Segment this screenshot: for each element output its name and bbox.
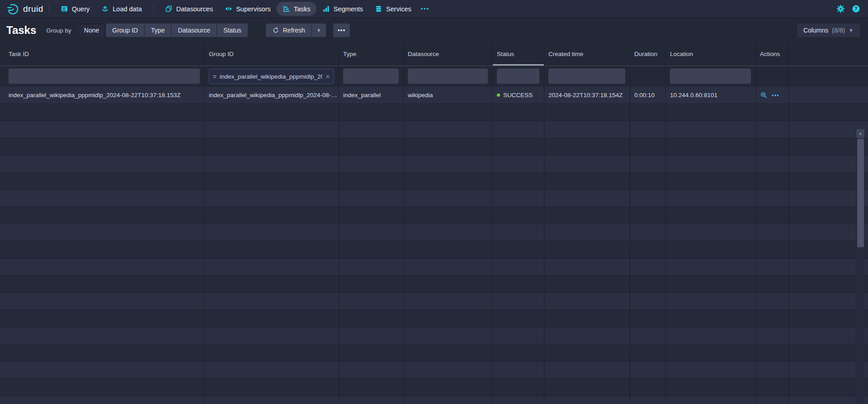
empty-cell (756, 258, 789, 275)
location-filter-input[interactable] (670, 69, 751, 84)
empty-cell (404, 362, 493, 378)
navbar-right: ? (836, 5, 861, 13)
location-cell: 10.244.0.60:8101 (666, 87, 756, 103)
empty-cell (404, 224, 493, 241)
group-id-filter-input[interactable]: = index_parallel_wikipedia_pppmidlp_20 × (209, 69, 334, 84)
empty-cell (205, 138, 339, 155)
empty-cell (404, 379, 493, 395)
empty-row (0, 344, 868, 362)
empty-cell (630, 327, 666, 344)
empty-cell (339, 258, 404, 275)
actions-cell: ••• (756, 87, 789, 103)
empty-cell (493, 310, 544, 327)
druid-logo[interactable]: druid (7, 3, 43, 15)
nav-item-load-data[interactable]: Load data (95, 2, 148, 16)
created-time-cell: 2024-08-22T10:37:18.154Z (544, 87, 630, 103)
toolbar-more-button[interactable]: ••• (333, 23, 350, 37)
empty-cell (756, 241, 789, 258)
task-actions-more-button[interactable]: ••• (772, 92, 779, 99)
empty-cell (205, 207, 339, 224)
empty-cell (339, 362, 404, 378)
empty-cell (630, 104, 666, 121)
column-header-status[interactable]: Status (493, 42, 544, 66)
scrollbar-up-arrow[interactable]: ▲ (856, 129, 864, 138)
refresh-button[interactable]: Refresh (266, 23, 312, 37)
column-header-type[interactable]: Type (339, 42, 404, 66)
column-header-duration[interactable]: Duration (630, 42, 666, 66)
column-header-group-id[interactable]: Group ID (205, 42, 339, 66)
empty-cell (0, 104, 205, 121)
nav-item-label: Segments (334, 5, 363, 13)
refresh-icon (272, 27, 279, 34)
column-header-location[interactable]: Location (666, 42, 756, 66)
equals-operator-icon: = (213, 73, 217, 80)
empty-cell (630, 396, 666, 404)
empty-cell (756, 276, 789, 292)
column-header-created-time[interactable]: Created time (544, 42, 630, 66)
task-id-filter-input[interactable] (9, 69, 200, 84)
empty-cell (756, 327, 789, 344)
empty-cell (756, 310, 789, 327)
type-filter-input[interactable] (343, 69, 399, 84)
refresh-interval-dropdown-button[interactable]: ▼ (312, 23, 326, 37)
chevron-down-icon: ▼ (849, 28, 854, 33)
nav-item-segments[interactable]: Segments (316, 2, 369, 16)
nav-item-tasks[interactable]: Tasks (277, 2, 316, 16)
empty-cell (0, 224, 205, 241)
task-row: index_parallel_wikipedia_pppmidlp_2024-0… (0, 87, 868, 104)
nav-item-services[interactable]: Services (369, 2, 417, 16)
empty-cell (630, 241, 666, 258)
column-header-task-id[interactable]: Task ID (0, 42, 205, 66)
clear-filter-icon[interactable]: × (326, 73, 330, 80)
druid-console: druid Query Load dat (0, 0, 868, 404)
created-time-filter-input[interactable] (548, 69, 625, 84)
group-by-status-button[interactable]: Status (217, 23, 248, 37)
empty-cell (630, 362, 666, 378)
empty-cell (339, 224, 404, 241)
help-icon[interactable]: ? (852, 5, 860, 13)
empty-cell (205, 190, 339, 207)
empty-cell (544, 327, 630, 344)
empty-cell (339, 104, 404, 121)
empty-cell (0, 207, 205, 224)
nav-item-supervisors[interactable]: Supervisors (219, 2, 277, 16)
column-header-datasource[interactable]: Datasource (404, 42, 493, 66)
empty-cell (493, 155, 544, 172)
nav-item-query[interactable]: Query (55, 2, 96, 16)
empty-cell (544, 241, 630, 258)
gear-icon[interactable] (836, 5, 845, 13)
empty-cell (404, 344, 493, 361)
empty-cell (544, 379, 630, 395)
group-by-none-button[interactable]: None (78, 23, 106, 37)
empty-row (0, 362, 868, 379)
nav-item-datasources[interactable]: Datasources (159, 2, 219, 16)
group-by-group-id-button[interactable]: Group ID (106, 23, 145, 37)
datasource-filter-input[interactable] (408, 69, 488, 84)
empty-cell (544, 155, 630, 172)
empty-cell (205, 104, 339, 121)
filter-cell-filler (789, 66, 868, 87)
empty-cell (630, 224, 666, 241)
empty-cell (404, 258, 493, 275)
empty-cell (404, 207, 493, 224)
vertical-scrollbar[interactable]: ▲ (856, 129, 864, 404)
scrollbar-thumb[interactable] (857, 139, 864, 247)
empty-cell (0, 379, 205, 395)
empty-row (0, 327, 868, 344)
task-id-cell: index_parallel_wikipedia_pppmidlp_2024-0… (0, 87, 205, 103)
empty-cell (339, 344, 404, 361)
columns-dropdown-button[interactable]: Columns (8/8) ▼ (797, 23, 860, 37)
columns-label: Columns (803, 27, 828, 34)
column-header-actions[interactable]: Actions (756, 42, 789, 66)
empty-cell (404, 396, 493, 404)
druid-swirl-icon (7, 3, 19, 15)
status-filter-input[interactable] (497, 69, 539, 84)
empty-cell (205, 293, 339, 310)
empty-cell (0, 362, 205, 378)
group-by-datasource-button[interactable]: Datasource (171, 23, 217, 37)
nav-more-button[interactable]: ••• (417, 3, 434, 15)
task-detail-magnifier-icon[interactable] (760, 91, 768, 99)
group-by-type-button[interactable]: Type (145, 23, 171, 37)
empty-rows-container (0, 104, 868, 404)
empty-cell (0, 327, 205, 344)
